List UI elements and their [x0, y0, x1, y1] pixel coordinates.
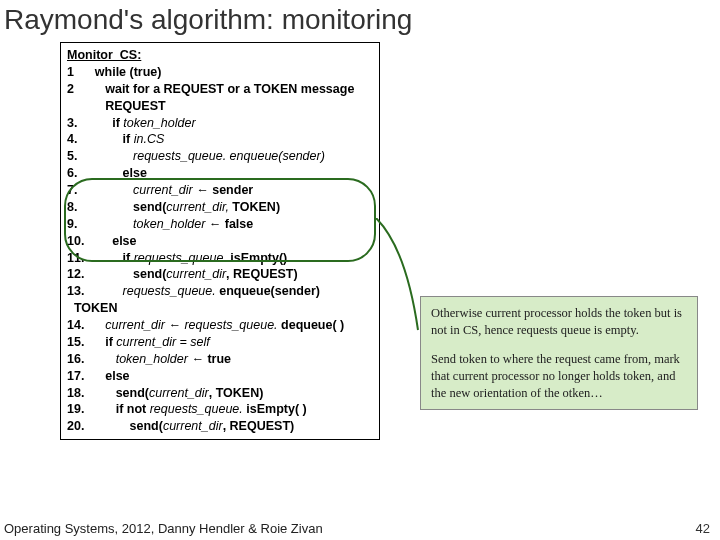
code-header: Monitor_CS: — [67, 47, 373, 64]
page-title: Raymond's algorithm: monitoring — [0, 0, 720, 44]
footer-text: Operating Systems, 2012, Danny Hendler &… — [4, 521, 323, 536]
page-number: 42 — [696, 521, 710, 536]
connector-line — [376, 218, 422, 334]
annotation-note: Otherwise current processor holds the to… — [420, 296, 698, 410]
note-paragraph-1: Otherwise current processor holds the to… — [431, 305, 687, 339]
code-block: Monitor_CS: 1 while (true) 2 wait for a … — [60, 42, 380, 440]
note-paragraph-2: Send token to where the request came fro… — [431, 351, 687, 402]
